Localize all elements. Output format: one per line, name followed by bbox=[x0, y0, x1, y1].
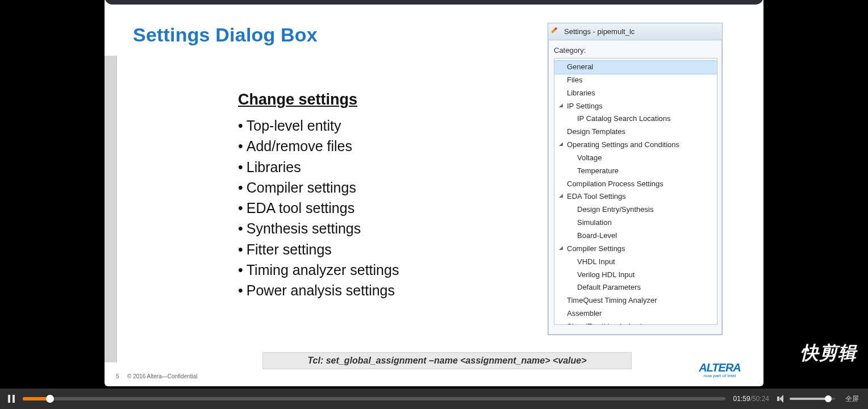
tree-item-label: IP Catalog Search Locations bbox=[577, 114, 671, 123]
expander-icon[interactable]: ◢ bbox=[558, 245, 564, 251]
page-number: 5 bbox=[116, 373, 119, 379]
bullet-item: Compiler settings bbox=[238, 177, 550, 198]
tree-item-label: Voltage bbox=[577, 153, 602, 162]
pause-button[interactable] bbox=[0, 389, 23, 409]
bullet-item: Libraries bbox=[238, 157, 550, 177]
tree-item-label: Simulation bbox=[577, 218, 612, 227]
tree-item-label: Assembler bbox=[567, 309, 602, 318]
tree-item[interactable]: Design Entry/Synthesis bbox=[554, 203, 717, 216]
copyright: © 2016 Altera—Confidential bbox=[127, 373, 198, 379]
tree-item[interactable]: Files bbox=[554, 74, 717, 87]
brand-logo: ALTERA now part of Intel bbox=[694, 361, 745, 378]
duration: 50:24 bbox=[752, 395, 769, 403]
progress-bar[interactable] bbox=[23, 389, 725, 409]
tree-item-label: Files bbox=[567, 76, 582, 84]
tree-item-label: Design Entry/Synthesis bbox=[577, 205, 653, 214]
settings-window-title: Settings - pipemult_lc bbox=[564, 27, 635, 36]
tree-item[interactable]: Voltage bbox=[554, 152, 717, 165]
video-area: Settings Dialog Box Change settings Top-… bbox=[0, 0, 868, 389]
bullet-item: Top-level entity bbox=[238, 115, 550, 136]
tree-item[interactable]: Libraries bbox=[554, 87, 717, 100]
tree-item[interactable]: ◢EDA Tool Settings bbox=[554, 190, 717, 203]
tree-item[interactable]: Verilog HDL Input bbox=[554, 269, 717, 282]
tree-item[interactable]: IP Catalog Search Locations bbox=[554, 112, 717, 126]
tree-item[interactable]: Default Parameters bbox=[554, 281, 717, 294]
slide-sidebar-accent bbox=[105, 56, 117, 362]
bullet-item: EDA tool settings bbox=[238, 198, 550, 218]
tree-item-label: SignalTap II Logic Analyzer bbox=[567, 322, 656, 325]
settings-dialog: Settings - pipemult_lc Category: General… bbox=[548, 23, 723, 335]
slide-title: Settings Dialog Box bbox=[133, 24, 318, 46]
slide-topbar bbox=[105, 0, 763, 5]
speaker-icon bbox=[777, 395, 785, 403]
tree-item[interactable]: General bbox=[554, 60, 717, 74]
tree-item[interactable]: VHDL Input bbox=[554, 256, 717, 269]
category-tree[interactable]: GeneralFilesLibraries◢IP SettingsIP Cata… bbox=[554, 58, 717, 325]
tree-item-label: Design Templates bbox=[567, 127, 625, 136]
tree-item[interactable]: Board-Level bbox=[554, 229, 717, 243]
bullet-list: Change settings Top-level entityAdd/remo… bbox=[238, 91, 550, 301]
expander-icon[interactable]: ◢ bbox=[558, 141, 564, 147]
pause-icon bbox=[8, 395, 15, 403]
tree-item[interactable]: ◢Compiler Settings bbox=[554, 243, 717, 256]
watermark: 快剪辑 bbox=[800, 341, 857, 366]
time-display: 01:59/50:24 bbox=[725, 395, 777, 403]
current-time: 01:59 bbox=[733, 395, 750, 403]
tree-item[interactable]: Compilation Process Settings bbox=[554, 178, 717, 191]
tree-item-label: Verilog HDL Input bbox=[577, 270, 635, 279]
tree-item[interactable]: Assembler bbox=[554, 307, 717, 320]
tcl-command-bar: Tcl: set_global_assignment –name <assign… bbox=[262, 352, 632, 369]
settings-body: Category: GeneralFilesLibraries◢IP Setti… bbox=[548, 40, 722, 329]
tree-item[interactable]: Simulation bbox=[554, 216, 717, 229]
player-controls: 01:59/50:24 全屏 bbox=[0, 389, 868, 409]
tree-item-label: Default Parameters bbox=[577, 283, 641, 291]
tree-item-label: Libraries bbox=[567, 89, 595, 97]
pencil-icon bbox=[551, 26, 562, 37]
tree-item-label: Operating Settings and Conditions bbox=[567, 140, 679, 149]
tree-item-label: Temperature bbox=[577, 166, 619, 175]
tree-item[interactable]: Temperature bbox=[554, 165, 717, 178]
tree-item-label: Compiler Settings bbox=[567, 244, 625, 253]
tree-item[interactable]: TimeQuest Timing Analyzer bbox=[554, 294, 717, 307]
tree-item-label: Board-Level bbox=[577, 231, 617, 240]
tree-item[interactable]: SignalTap II Logic Analyzer bbox=[554, 320, 717, 325]
expander-icon[interactable]: ◢ bbox=[558, 193, 564, 198]
expander-icon[interactable]: ◢ bbox=[558, 102, 564, 108]
bullet-item: Timing analyzer settings bbox=[238, 260, 550, 280]
bullet-item: Add/remove files bbox=[238, 136, 550, 156]
bullet-heading: Change settings bbox=[238, 91, 550, 108]
tree-item-label: Compilation Process Settings bbox=[567, 180, 663, 188]
tree-item[interactable]: ◢IP Settings bbox=[554, 100, 717, 113]
tree-item-label: General bbox=[567, 62, 593, 71]
tree-item-label: TimeQuest Timing Analyzer bbox=[567, 296, 657, 304]
bullet-item: Power analysis settings bbox=[238, 280, 550, 301]
settings-titlebar: Settings - pipemult_lc bbox=[548, 23, 722, 40]
category-label: Category: bbox=[554, 46, 717, 55]
tree-item-label: EDA Tool Settings bbox=[567, 192, 626, 201]
volume-control[interactable] bbox=[777, 389, 840, 409]
bullet-item: Fitter settings bbox=[238, 239, 550, 260]
bullet-item: Synthesis settings bbox=[238, 218, 550, 239]
tree-item-label: IP Settings bbox=[567, 102, 603, 110]
tree-item[interactable]: ◢Operating Settings and Conditions bbox=[554, 139, 717, 152]
tree-item[interactable]: Design Templates bbox=[554, 126, 717, 139]
slide: Settings Dialog Box Change settings Top-… bbox=[105, 0, 763, 386]
tree-item-label: VHDL Input bbox=[577, 257, 615, 266]
fullscreen-button[interactable]: 全屏 bbox=[840, 394, 868, 404]
